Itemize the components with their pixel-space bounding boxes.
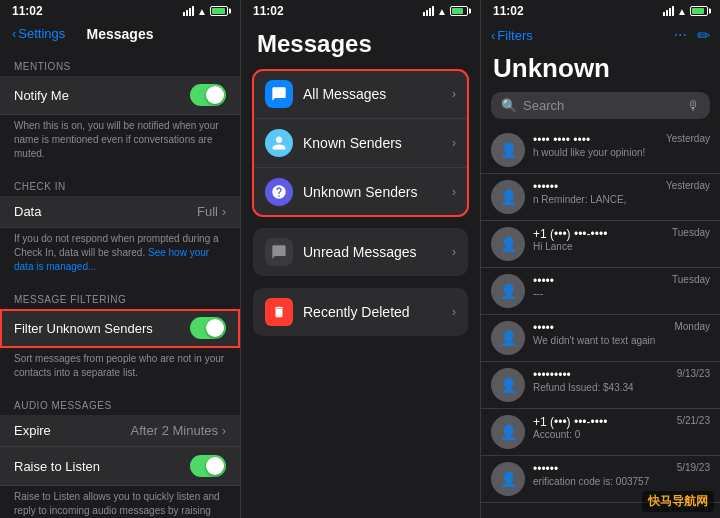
chevron-right-icon: › [222,205,226,219]
time-panel1: 11:02 [12,4,43,18]
trash-icon [265,298,293,326]
list-item[interactable]: 👤 +1 (•••) •••-•••• Account: 0 5/21/23 [481,409,720,456]
battery-icon [210,6,228,16]
avatar: 👤 [491,368,525,402]
unknown-title: Unknown [481,51,720,92]
expire-row[interactable]: Expire After 2 Minutes › [0,415,240,447]
filter-unknown-toggle[interactable] [190,317,226,339]
known-senders-label: Known Senders [303,135,452,151]
more-options-button[interactable]: ··· [674,26,687,45]
unread-messages-icon [265,238,293,266]
expire-label: Expire [14,423,51,438]
all-messages-label: All Messages [303,86,452,102]
battery-icon-p2 [450,6,468,16]
list-item[interactable]: 👤 •••••• n Reminder: LANCE, Yesterday [481,174,720,221]
list-item[interactable]: 👤 ••••••••• Refund Issued: $43.34 9/13/2… [481,362,720,409]
nav-bar-panel1: ‹ Settings Messages [0,22,240,49]
notify-me-row[interactable]: Notify Me [0,76,240,115]
search-placeholder: Search [523,98,681,113]
signal-icon-p3 [663,6,674,16]
avatar: 👤 [491,462,525,496]
search-bar[interactable]: 🔍 Search 🎙 [491,92,710,119]
status-icons-panel1: ▲ [183,6,228,17]
unread-chevron-icon: › [452,245,456,259]
sender-name: +1 (•••) •••-•••• [533,415,669,429]
message-preview: We didn't want to text again [533,335,666,346]
time-panel2: 11:02 [253,4,284,18]
panel3-nav: ‹ Filters ··· ✏ [481,22,720,51]
mentions-header: MENTIONS [0,49,240,76]
known-senders-row[interactable]: Known Senders › [253,119,468,168]
panel3-action-buttons: ··· ✏ [674,26,710,45]
message-preview: --- [533,288,664,299]
unknown-senders-row[interactable]: Unknown Senders › [253,168,468,216]
sender-name: ••••••••• [533,368,669,382]
message-time: Tuesday [672,227,710,238]
status-bar-panel3: 11:02 ▲ [481,0,720,22]
messages-panel: 11:02 ▲ Messages All Messages › [240,0,480,518]
filter-unknown-desc: Sort messages from people who are not in… [0,348,240,388]
message-time: 9/13/23 [677,368,710,379]
message-list: 👤 •••• •••• •••• h would like your opini… [481,127,720,503]
watermark: 快马导航网 [642,491,714,512]
raise-to-listen-row[interactable]: Raise to Listen [0,447,240,486]
checkin-header: CHECK IN [0,169,240,196]
status-bar-panel1: 11:02 ▲ [0,0,240,22]
message-preview: Account: 0 [533,429,669,440]
time-panel3: 11:02 [493,4,524,18]
wifi-icon-p3: ▲ [677,6,687,17]
sender-name: •••••• [533,180,658,194]
all-messages-icon [265,80,293,108]
filter-unknown-label: Filter Unknown Senders [14,321,153,336]
list-item[interactable]: 👤 +1 (•••) •••-•••• Hi Lance Tuesday [481,221,720,268]
message-time: Yesterday [666,133,710,144]
data-row[interactable]: Data Full › [0,196,240,228]
unread-messages-row[interactable]: Unread Messages › [253,228,468,276]
message-preview: Hi Lance [533,241,664,252]
status-icons-panel3: ▲ [663,6,708,17]
search-icon: 🔍 [501,98,517,113]
raise-to-listen-label: Raise to Listen [14,459,100,474]
avatar: 👤 [491,227,525,261]
message-preview: n Reminder: LANCE, [533,194,658,205]
settings-panel: 11:02 ▲ ‹ Settings Messages MENTIONS Not… [0,0,240,518]
notify-me-toggle[interactable] [190,84,226,106]
all-messages-row[interactable]: All Messages › [253,70,468,119]
checkin-desc: If you do not respond when prompted duri… [0,228,240,282]
filter-unknown-row[interactable]: Filter Unknown Senders [0,309,240,348]
expire-chevron-icon: › [222,424,226,438]
list-item[interactable]: 👤 ••••• --- Tuesday [481,268,720,315]
list-item[interactable]: 👤 •••• •••• •••• h would like your opini… [481,127,720,174]
battery-icon-p3 [690,6,708,16]
messages-title: Messages [241,22,480,70]
expire-value: After 2 Minutes › [131,423,226,438]
list-item[interactable]: 👤 ••••• We didn't want to text again Mon… [481,315,720,362]
sender-name: ••••• [533,321,666,335]
message-preview: Refund Issued: $43.34 [533,382,669,393]
avatar: 👤 [491,415,525,449]
filters-back-button[interactable]: ‹ Filters [491,28,533,43]
compose-button[interactable]: ✏ [697,26,710,45]
unread-messages-label: Unread Messages [303,244,452,260]
recently-deleted-row[interactable]: Recently Deleted › [253,288,468,336]
recently-deleted-label: Recently Deleted [303,304,452,320]
avatar: 👤 [491,321,525,355]
recently-deleted-chevron-icon: › [452,305,456,319]
raise-to-listen-desc: Raise to Listen allows you to quickly li… [0,486,240,518]
all-messages-chevron-icon: › [452,87,456,101]
message-time: Monday [674,321,710,332]
chevron-left-icon: ‹ [12,26,16,41]
unknown-senders-panel: 11:02 ▲ ‹ Filters ··· ✏ Unknown 🔍 Search [480,0,720,518]
unknown-senders-icon [265,178,293,206]
microphone-icon: 🎙 [687,98,700,113]
wifi-icon-p2: ▲ [437,6,447,17]
data-value: Full › [197,204,226,219]
raise-to-listen-toggle[interactable] [190,455,226,477]
back-button-panel1[interactable]: ‹ Settings [12,26,65,41]
message-preview: erification code is: 003757 [533,476,669,487]
message-time: 5/21/23 [677,415,710,426]
audio-header: AUDIO MESSAGES [0,388,240,415]
signal-icon-p2 [423,6,434,16]
notify-me-desc: When this is on, you will be notified wh… [0,115,240,169]
notify-me-label: Notify Me [14,88,69,103]
